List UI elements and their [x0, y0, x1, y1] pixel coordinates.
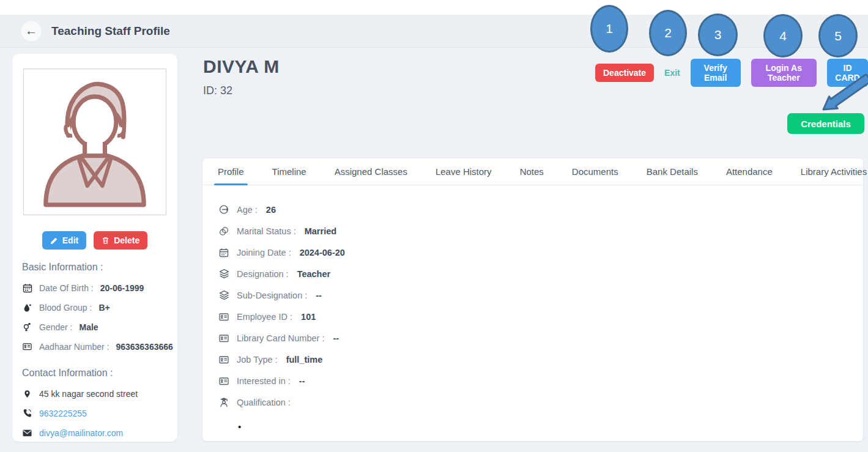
tab-library-activities[interactable]: Library Activities [787, 158, 868, 185]
gender-value: Male [79, 322, 98, 332]
age-row: Age : 26 [218, 199, 847, 220]
joining-date-label: Joining Date : [237, 248, 291, 257]
blood-group-label: Blood Group : [39, 303, 92, 313]
employee-id-value: 101 [301, 312, 316, 322]
designation-row: Designation : Teacher [218, 263, 847, 284]
interested-in-value: -- [299, 376, 305, 386]
credentials-button[interactable]: Credentials [787, 113, 864, 134]
edit-button[interactable]: Edit [42, 231, 86, 250]
id-card-icon [22, 341, 32, 352]
blood-drop-icon [22, 302, 32, 313]
job-type-label: Job Type : [237, 355, 278, 365]
delete-button-label: Delete [114, 235, 139, 245]
annotation-number: 2 [664, 26, 672, 40]
employee-id-label: Employee ID : [237, 312, 292, 322]
job-type-value: full_time [286, 355, 323, 365]
annotation-number: 3 [714, 28, 722, 42]
marital-status-value: Married [305, 226, 336, 236]
basic-information-heading: Basic Information : [22, 262, 172, 273]
id-card-icon [218, 376, 229, 387]
phone-link[interactable]: 9632225255 [39, 409, 87, 418]
qualification-row: Qualification : [218, 391, 847, 413]
rings-icon [218, 226, 229, 237]
tab-leave-history[interactable]: Leave History [421, 158, 506, 185]
dob-label: Date Of Birth : [39, 283, 94, 293]
interested-in-row: Interested in : -- [218, 370, 847, 391]
page-title: Teaching Staff Profile [51, 24, 170, 38]
deactivate-button[interactable]: Deactivate [595, 64, 654, 82]
page-header: ← Teaching Staff Profile [0, 15, 868, 48]
annotation-circle-3: 3 [698, 13, 738, 56]
top-white-strip [0, 0, 868, 15]
location-pin-icon [22, 388, 32, 399]
blood-group-value: B+ [98, 303, 109, 313]
phone-row: 9632225255 [22, 408, 172, 418]
envelope-icon [22, 428, 32, 438]
tab-attendance[interactable]: Attendance [712, 158, 787, 185]
annotation-number: 5 [834, 29, 842, 43]
blood-group-row: Blood Group : B+ [22, 302, 172, 313]
dob-value: 20-06-1999 [100, 283, 144, 293]
qualification-label: Qualification : [237, 398, 291, 407]
library-card-value: -- [333, 333, 339, 343]
aadhaar-label: Aadhaar Number : [39, 342, 109, 352]
login-as-teacher-button[interactable]: Login As Teacher [751, 59, 817, 87]
id-card-icon [218, 333, 229, 344]
designation-value: Teacher [297, 269, 331, 279]
annotation-number: 1 [606, 21, 613, 36]
annotation-circle-1: 1 [590, 5, 628, 53]
tab-notes[interactable]: Notes [506, 158, 558, 185]
gender-icon [22, 322, 32, 332]
sub-designation-value: -- [316, 291, 322, 300]
staff-id: ID: 32 [203, 84, 232, 97]
edit-button-label: Edit [62, 235, 78, 245]
tab-documents[interactable]: Documents [558, 158, 632, 185]
age-label: Age : [237, 205, 258, 215]
tab-timeline[interactable]: Timeline [258, 158, 321, 185]
aadhaar-row: Aadhaar Number : 963636363666 [22, 341, 172, 352]
employee-id-row: Employee ID : 101 [218, 306, 847, 327]
job-type-row: Job Type : full_time [218, 349, 847, 370]
calendar-icon [22, 283, 32, 293]
tab-profile[interactable]: Profile [204, 158, 258, 185]
annotation-circle-5: 5 [818, 14, 858, 57]
back-arrow-icon: ← [25, 24, 37, 38]
marital-status-label: Marital Status : [237, 226, 296, 236]
aadhaar-value: 963636363666 [116, 342, 172, 352]
annotation-circle-4: 4 [763, 14, 803, 57]
dob-row: Date Of Birth : 20-06-1999 [22, 283, 172, 293]
tab-assigned-classes[interactable]: Assigned Classes [321, 158, 421, 185]
verify-email-button[interactable]: Verify Email [691, 59, 741, 87]
interested-in-label: Interested in : [237, 376, 291, 386]
annotation-number: 4 [779, 29, 787, 43]
designation-label: Designation : [237, 269, 289, 279]
address-value: 45 kk nagar second street [39, 389, 138, 399]
email-row: divya@mailinator.com [22, 428, 172, 438]
email-link[interactable]: divya@mailinator.com [39, 428, 123, 438]
profile-detail-list: Age : 26 Marital Status : Married Joinin… [202, 185, 863, 432]
male-avatar-icon [32, 75, 158, 209]
annotation-arrow-icon [817, 74, 868, 114]
joining-date-value: 2024-06-20 [300, 248, 345, 257]
layers-icon [218, 290, 229, 301]
tab-bank-details[interactable]: Bank Details [632, 158, 712, 185]
graduate-icon [218, 397, 229, 408]
library-card-label: Library Card Number : [237, 333, 324, 343]
staff-name: DIVYA M [203, 56, 280, 77]
profile-details-card: Profile Timeline Assigned Classes Leave … [202, 158, 864, 442]
calendar-icon [218, 247, 229, 258]
library-card-row: Library Card Number : -- [218, 327, 847, 349]
pencil-icon [50, 237, 58, 245]
id-card-icon [218, 354, 229, 365]
staff-summary-card: Edit Delete Basic Information : Date Of … [12, 54, 177, 442]
gender-row: Gender : Male [22, 322, 172, 332]
exit-button[interactable]: Exit [664, 68, 680, 78]
back-button[interactable]: ← [21, 21, 42, 42]
age-icon [218, 204, 229, 215]
annotation-circle-2: 2 [649, 10, 687, 56]
phone-icon [22, 408, 32, 418]
sub-designation-label: Sub-Designation : [237, 291, 307, 300]
delete-button[interactable]: Delete [94, 231, 147, 250]
layers-icon [218, 269, 229, 280]
profile-tabs: Profile Timeline Assigned Classes Leave … [202, 158, 863, 185]
